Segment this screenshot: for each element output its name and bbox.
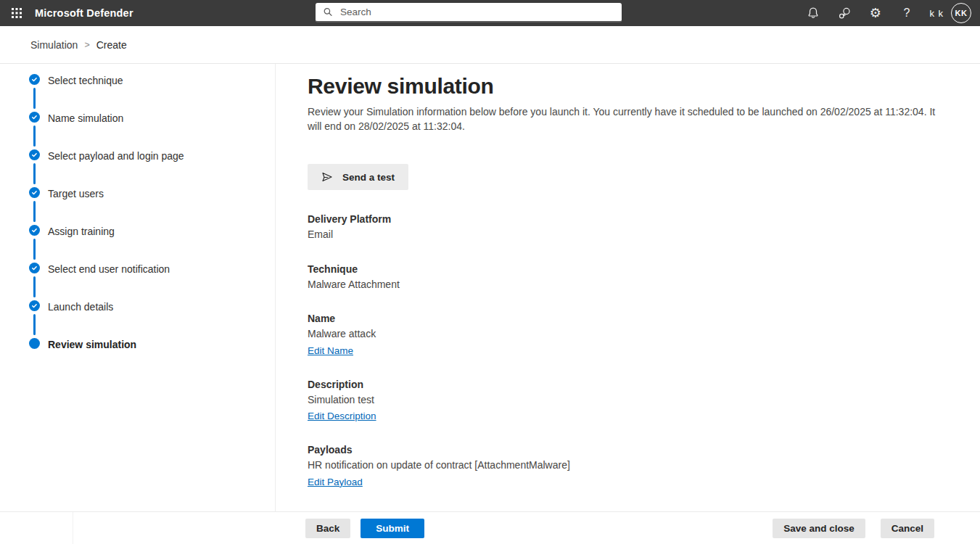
step-complete-icon: [29, 225, 40, 236]
footer-divider-line: [73, 512, 73, 544]
review-simulation-pane: Review simulation Review your Simulation…: [276, 64, 980, 511]
step-assign-training[interactable]: Assign training: [29, 225, 275, 263]
section-payloads: Payloads HR notification on update of co…: [308, 442, 958, 488]
section-value: HR notification on update of contract [A…: [308, 459, 958, 472]
step-select-payload[interactable]: Select payload and login page: [29, 149, 275, 187]
section-label: Delivery Platform: [308, 212, 958, 226]
global-search[interactable]: [316, 3, 622, 22]
section-name: Name Malware attack Edit Name: [308, 311, 958, 357]
send-icon: [321, 171, 333, 183]
section-label: Description: [308, 377, 958, 392]
step-complete-icon: [29, 149, 40, 160]
app-launcher-icon[interactable]: [0, 0, 33, 26]
waffle-icon: [12, 8, 22, 18]
section-label: Technique: [308, 262, 958, 276]
search-icon: [323, 7, 333, 17]
send-a-test-button[interactable]: Send a test: [308, 164, 408, 190]
avatar: KK: [951, 3, 971, 23]
question-mark-icon: ?: [903, 7, 910, 20]
section-technique: Technique Malware Attachment: [308, 262, 958, 292]
step-select-technique[interactable]: Select technique: [29, 74, 275, 112]
cancel-button[interactable]: Cancel: [881, 519, 934, 538]
breadcrumb-separator: >: [84, 40, 89, 50]
step-review-simulation[interactable]: Review simulation: [29, 338, 275, 376]
edit-payload-link[interactable]: Edit Payload: [308, 477, 363, 488]
send-a-test-label: Send a test: [342, 172, 395, 183]
notifications-button[interactable]: [797, 0, 828, 26]
account-name-label: k k: [929, 8, 944, 19]
section-label: Name: [308, 311, 958, 326]
section-delivery-platform: Delivery Platform Email: [308, 212, 958, 242]
bell-icon: [807, 7, 820, 20]
account-menu-button[interactable]: k k KK: [922, 0, 974, 26]
breadcrumb: Simulation > Create: [0, 26, 980, 64]
page-title: Review simulation: [308, 74, 958, 99]
section-value: Malware attack: [308, 328, 958, 341]
edit-name-link[interactable]: Edit Name: [308, 345, 353, 357]
breadcrumb-create: Create: [96, 39, 127, 51]
app-title: Microsoft Defender: [35, 7, 133, 19]
section-description: Description Simulation test Edit Descrip…: [308, 377, 958, 423]
section-label: Payloads: [308, 442, 958, 457]
step-target-users[interactable]: Target users: [29, 187, 275, 225]
breadcrumb-simulation[interactable]: Simulation: [30, 39, 78, 51]
step-current-icon: [29, 338, 40, 349]
back-button[interactable]: Back: [305, 519, 350, 538]
search-input[interactable]: [340, 7, 614, 17]
feedback-button[interactable]: [828, 0, 860, 26]
help-button[interactable]: ?: [891, 0, 922, 26]
step-complete-icon: [29, 300, 40, 311]
step-complete-icon: [29, 263, 40, 273]
section-value: Malware Attachment: [308, 279, 958, 292]
section-value: Email: [308, 228, 958, 242]
step-complete-icon: [29, 187, 40, 198]
step-complete-icon: [29, 112, 40, 123]
intro-text: Review your Simulation information below…: [308, 105, 952, 133]
settings-button[interactable]: ⚙: [860, 0, 891, 26]
edit-description-link[interactable]: Edit Description: [308, 411, 376, 422]
wizard-steps-rail: Select technique Name simulation Select …: [0, 64, 276, 511]
save-and-close-button[interactable]: Save and close: [773, 519, 865, 538]
step-complete-icon: [29, 74, 40, 85]
step-launch-details[interactable]: Launch details: [29, 300, 275, 338]
wizard-footer: Back Submit Save and close Cancel: [0, 511, 980, 544]
section-value: Simulation test: [308, 394, 958, 407]
top-app-bar: Microsoft Defender ⚙ ? k: [0, 0, 980, 26]
step-end-user-notification[interactable]: Select end user notification: [29, 263, 275, 300]
chat-bubbles-icon: [838, 7, 851, 20]
submit-button[interactable]: Submit: [361, 519, 424, 538]
step-name-simulation[interactable]: Name simulation: [29, 112, 275, 149]
gear-icon: ⚙: [870, 7, 881, 20]
